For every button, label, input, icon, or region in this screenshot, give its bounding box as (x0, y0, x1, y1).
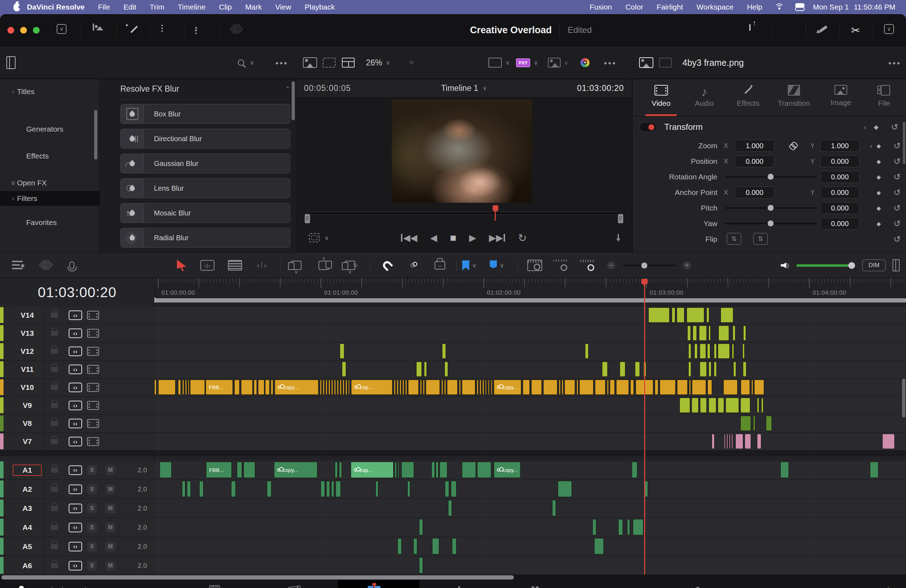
tab-file[interactable]: File (878, 79, 890, 116)
timeline-clip[interactable] (559, 379, 561, 395)
mixer-meters-icon[interactable] (893, 253, 900, 278)
timeline-selector[interactable]: Timeline 1 ∨ (351, 83, 577, 93)
timeline-clip[interactable] (431, 462, 435, 478)
timeline-clip[interactable] (405, 379, 407, 395)
timeline-clip[interactable] (187, 481, 191, 497)
timeline-clip[interactable] (154, 379, 156, 395)
timeline-clip[interactable]: copy... (494, 462, 521, 478)
timeline-clip[interactable] (523, 379, 530, 395)
track-header-A4[interactable]: A4‹›SM2.0 (0, 518, 154, 537)
timeline-clip[interactable] (632, 462, 637, 478)
timeline-clip[interactable] (451, 481, 456, 497)
auto-select-icon[interactable]: ‹› (69, 365, 82, 374)
zoom-out-button[interactable]: − (606, 253, 617, 278)
step-back-button[interactable]: ◀ (430, 233, 437, 244)
timeline-clip[interactable] (182, 379, 184, 395)
track-header-A2[interactable]: A2‹›SM2.0 (0, 480, 154, 499)
timeline-clip[interactable] (491, 379, 492, 395)
zoom-window-button[interactable] (33, 27, 40, 33)
timeline-clip[interactable] (407, 481, 410, 497)
timeline-clip[interactable] (485, 379, 486, 395)
timeline-clip[interactable] (616, 379, 629, 395)
lock-icon[interactable] (51, 506, 58, 511)
fx-item-lens-blur[interactable]: Lens Blur (120, 178, 290, 198)
timeline-clip[interactable] (452, 538, 456, 555)
wifi-icon[interactable] (775, 3, 784, 11)
lock-icon[interactable] (51, 331, 58, 336)
timeline-clip[interactable] (432, 538, 439, 555)
record-timecode[interactable]: 01:03:00:20 (577, 83, 624, 93)
page-button-deliver[interactable] (680, 580, 712, 588)
track-enable-icon[interactable] (87, 383, 99, 392)
proxy-menu[interactable]: PXY∨ (516, 46, 538, 79)
replace-clip-button[interactable]: ↻ (345, 253, 358, 278)
flip-horizontal-button[interactable]: ⇅ (727, 233, 742, 245)
timeline-clip[interactable]: copy... (274, 379, 319, 395)
timeline-clip[interactable] (585, 344, 589, 359)
fx-item-gaussian-blur[interactable]: Gaussian Blur (120, 153, 290, 174)
timeline-clip[interactable] (244, 462, 255, 478)
timeline-fx-icon[interactable] (40, 253, 53, 278)
page-button-cut[interactable] (279, 580, 311, 588)
timeline-clip[interactable] (761, 398, 763, 413)
timeline-clip[interactable] (182, 481, 185, 497)
flag-menu[interactable]: ∨ (490, 253, 504, 278)
track-content-V11[interactable] (154, 360, 906, 379)
razor-edit-mode-button[interactable] (228, 253, 242, 278)
slider-knob[interactable] (767, 174, 774, 180)
play-button[interactable]: ▶ (469, 233, 476, 244)
timeline-clip[interactable] (335, 481, 341, 497)
timeline-clip[interactable] (340, 344, 345, 359)
row-reset-icon[interactable]: ↺ (893, 141, 901, 151)
link-icon[interactable] (789, 142, 796, 149)
timeline-clip[interactable] (724, 434, 726, 449)
keyframe-diamond-icon[interactable]: ◆ (877, 143, 881, 149)
timeline-clip[interactable] (707, 308, 709, 323)
timeline-clip[interactable] (477, 462, 491, 478)
track-name-A5[interactable]: A5 (13, 542, 42, 551)
timeline-clip[interactable] (672, 308, 675, 323)
timeline-clip[interactable] (448, 500, 452, 516)
lock-icon[interactable] (51, 544, 58, 549)
source-timecode[interactable]: 00:05:00:05 (304, 83, 351, 93)
timeline-clip[interactable] (426, 379, 440, 395)
value-field[interactable]: 0.000 (820, 171, 860, 183)
timeline-clip[interactable] (531, 379, 542, 395)
timeline-clip[interactable] (402, 379, 404, 395)
timeline-view-options-icon[interactable] (12, 253, 26, 278)
timeline-clip[interactable] (258, 379, 264, 395)
timeline-clip[interactable] (610, 379, 615, 395)
inspector-scrollbar[interactable] (903, 122, 905, 164)
timeline-zoom-slider[interactable] (623, 253, 676, 278)
track-content-V10[interactable]: FBB...copy...cop...copy... (154, 379, 906, 397)
timeline-clip[interactable] (740, 398, 750, 413)
timeline-clip[interactable] (477, 379, 479, 395)
playhead-pin[interactable] (641, 279, 648, 284)
menu-item-help[interactable]: Help (740, 3, 769, 11)
keyframe-diamond-icon[interactable]: ◆ (874, 123, 878, 131)
timeline-clip[interactable] (552, 500, 556, 516)
timeline-clip[interactable] (440, 462, 447, 478)
timeline-clip[interactable] (602, 362, 608, 377)
timeline-clip[interactable] (398, 462, 399, 478)
timeline-clip[interactable]: cop... (351, 462, 394, 478)
row-reset-icon[interactable]: ↺ (893, 188, 901, 198)
timeline-clip[interactable] (882, 434, 895, 449)
lock-icon[interactable] (51, 439, 58, 444)
fx-item-mosaic-blur[interactable]: Mosaic Blur (120, 203, 290, 223)
timeline-clip[interactable] (648, 308, 670, 323)
lock-icon[interactable] (51, 367, 58, 372)
tab-video[interactable]: Video (652, 79, 670, 116)
timeline-clip[interactable] (714, 344, 717, 359)
audio-monitor-speaker-icon[interactable]: ) (781, 253, 789, 278)
fx-search[interactable]: ∨ (238, 46, 254, 79)
timeline-clip[interactable] (677, 379, 687, 395)
track-enable-icon[interactable] (87, 365, 99, 374)
track-name-V12[interactable]: V12 (13, 347, 42, 355)
timeline-clip[interactable] (677, 308, 684, 323)
timeline-clip[interactable] (558, 481, 572, 497)
timeline-clip[interactable] (733, 362, 736, 377)
timeline-clip[interactable] (462, 462, 476, 478)
track-content-V8[interactable] (154, 414, 906, 433)
timeline-clip[interactable] (707, 379, 712, 395)
